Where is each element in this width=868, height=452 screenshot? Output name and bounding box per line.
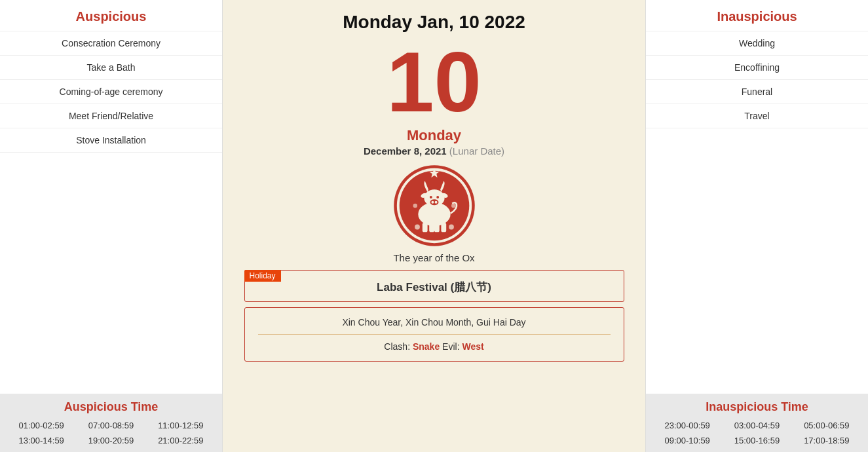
list-item: Travel xyxy=(646,104,868,128)
evil-direction: West xyxy=(462,341,483,352)
svg-rect-14 xyxy=(434,223,440,232)
time-cell: 13:00-14:59 xyxy=(7,434,76,447)
auspicious-section: Auspicious Consecration Ceremony Take a … xyxy=(0,0,222,394)
time-cell: 01:00-02:59 xyxy=(7,419,76,432)
auspicious-time-grid: 01:00-02:59 07:00-08:59 11:00-12:59 13:0… xyxy=(0,419,222,447)
info-divider xyxy=(258,334,611,335)
festival-box: Holiday Laba Festival (腊八节) xyxy=(244,270,624,302)
lunar-date: December 8, 2021 (Lunar Date) xyxy=(364,145,504,157)
lunar-date-sub: (Lunar Date) xyxy=(449,145,504,157)
svg-point-19 xyxy=(451,204,456,208)
svg-point-8 xyxy=(436,196,439,198)
inauspicious-section: Inauspicious Wedding Encoffining Funeral… xyxy=(646,0,868,394)
svg-rect-15 xyxy=(441,223,446,232)
clash-animal: Snake xyxy=(413,341,440,352)
svg-point-10 xyxy=(431,201,434,204)
lunar-date-main: December 8, 2021 xyxy=(364,145,447,157)
list-item: Wedding xyxy=(646,31,868,56)
day-name: Monday xyxy=(407,127,461,144)
big-day-number: 10 xyxy=(387,39,481,124)
svg-point-7 xyxy=(429,196,432,198)
list-item: Meet Friend/Relative xyxy=(0,104,222,128)
auspicious-title: Auspicious xyxy=(0,0,222,31)
time-cell: 11:00-12:59 xyxy=(146,419,216,432)
year-info: Xin Chou Year, Xin Chou Month, Gui Hai D… xyxy=(245,314,624,330)
time-cell: 19:00-20:59 xyxy=(76,434,145,447)
inauspicious-title: Inauspicious xyxy=(646,0,868,31)
evil-label: Evil: xyxy=(442,341,462,352)
festival-name: Laba Festival (腊八节) xyxy=(245,271,624,301)
list-item: Encoffining xyxy=(646,56,868,80)
svg-point-16 xyxy=(415,225,420,230)
inauspicious-time-title: Inauspicious Time xyxy=(646,400,868,419)
time-cell: 05:00-06:59 xyxy=(792,419,861,432)
holiday-badge: Holiday xyxy=(244,270,281,282)
svg-rect-12 xyxy=(422,223,427,232)
list-item: Consecration Ceremony xyxy=(0,31,222,56)
list-item: Take a Bath xyxy=(0,56,222,80)
list-item: Stove Installation xyxy=(0,128,222,153)
main-date-title: Monday Jan, 10 2022 xyxy=(343,0,525,39)
svg-point-17 xyxy=(449,225,454,230)
time-cell: 23:00-00:59 xyxy=(652,419,722,432)
auspicious-time-title: Auspicious Time xyxy=(0,400,222,419)
clash-row: Clash: Snake Evil: West xyxy=(245,339,624,354)
svg-rect-13 xyxy=(429,223,434,232)
time-cell: 09:00-10:59 xyxy=(652,434,722,447)
svg-point-11 xyxy=(434,201,437,204)
info-box: Xin Chou Year, Xin Chou Month, Gui Hai D… xyxy=(244,307,624,362)
left-panel: Auspicious Consecration Ceremony Take a … xyxy=(0,0,223,452)
ox-zodiac-image xyxy=(392,163,477,248)
svg-point-18 xyxy=(413,204,417,208)
inauspicious-time-section: Inauspicious Time 23:00-00:59 03:00-04:5… xyxy=(646,394,868,452)
zodiac-label: The year of the Ox xyxy=(393,252,474,263)
list-item: Coming-of-age ceremony xyxy=(0,80,222,104)
list-item: Funeral xyxy=(646,80,868,104)
inauspicious-time-grid: 23:00-00:59 03:00-04:59 05:00-06:59 09:0… xyxy=(646,419,868,447)
time-cell: 07:00-08:59 xyxy=(76,419,145,432)
right-panel: Inauspicious Wedding Encoffining Funeral… xyxy=(645,0,868,452)
time-cell: 21:00-22:59 xyxy=(146,434,216,447)
time-cell: 17:00-18:59 xyxy=(792,434,861,447)
time-cell: 03:00-04:59 xyxy=(722,419,791,432)
clash-label: Clash: xyxy=(384,341,410,352)
center-panel: Monday Jan, 10 2022 10 Monday December 8… xyxy=(223,0,645,452)
time-cell: 15:00-16:59 xyxy=(722,434,791,447)
auspicious-time-section: Auspicious Time 01:00-02:59 07:00-08:59 … xyxy=(0,394,222,452)
